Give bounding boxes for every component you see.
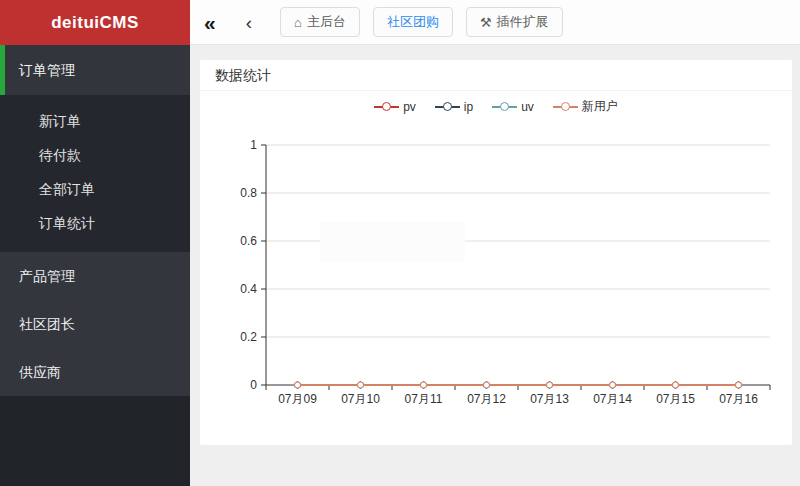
tab-label: 主后台 [307,13,346,31]
svg-text:0.2: 0.2 [240,330,257,344]
tab-bar: ⌂主后台社区团购⚒插件扩展 [280,7,563,37]
svg-text:07月11: 07月11 [405,392,443,406]
data-point [295,382,301,388]
sidebar-subitem-0[interactable]: 新订单 [0,104,190,138]
back-icon[interactable]: ‹ [246,13,252,32]
tab-label: 插件扩展 [497,13,549,31]
data-point [736,382,742,388]
active-indicator-bar [0,45,5,95]
sidebar-group: 产品管理社区团长供应商 [0,252,190,396]
svg-text:07月13: 07月13 [530,392,569,406]
stats-card: 数据统计 pvipuv新用户 00.20.40.60.8107月0907月100… [200,60,792,445]
data-point [358,382,364,388]
tab-主后台[interactable]: ⌂主后台 [280,7,360,37]
data-point [673,382,679,388]
sidebar-submenu: 新订单待付款全部订单订单统计 [0,95,190,252]
tab-插件扩展[interactable]: ⚒插件扩展 [466,7,563,37]
data-point [610,382,616,388]
chart-canvas: 00.20.40.60.8107月0907月1007月1107月1207月130… [200,91,792,444]
svg-text:0.6: 0.6 [240,234,257,248]
tab-社区团购[interactable]: 社区团购 [373,7,453,37]
data-point [484,382,490,388]
sidebar-subitem-2[interactable]: 全部订单 [0,172,190,206]
sidebar: deituiCMS 订单管理 新订单待付款全部订单订单统计 产品管理社区团长供应… [0,0,190,486]
svg-text:1: 1 [250,138,257,152]
main-content: 数据统计 pvipuv新用户 00.20.40.60.8107月0907月100… [190,45,800,486]
card-title: 数据统计 [200,60,792,91]
home-icon: ⌂ [294,16,302,29]
line-chart: pvipuv新用户 00.20.40.60.8107月0907月1007月110… [200,91,792,444]
svg-text:0: 0 [250,378,257,392]
tooltip-ghost [320,222,465,262]
app-logo: deituiCMS [0,0,190,45]
sidebar-item-label: 订单管理 [19,62,75,78]
sidebar-item-order-management[interactable]: 订单管理 [0,45,190,95]
sidebar-subitem-3[interactable]: 订单统计 [0,206,190,240]
sidebar-subitem-1[interactable]: 待付款 [0,138,190,172]
svg-text:07月14: 07月14 [593,392,632,406]
tab-label: 社区团购 [387,13,439,31]
sidebar-group-item-1[interactable]: 社区团长 [0,300,190,348]
svg-text:07月10: 07月10 [341,392,380,406]
svg-text:07月09: 07月09 [278,392,317,406]
svg-text:0.4: 0.4 [240,282,257,296]
tools-icon: ⚒ [480,16,492,29]
svg-text:0.8: 0.8 [240,186,257,200]
svg-text:07月16: 07月16 [719,392,758,406]
collapse-sidebar-icon[interactable]: « [204,12,216,33]
sidebar-group-item-2[interactable]: 供应商 [0,348,190,396]
top-navbar: « ‹ ⌂主后台社区团购⚒插件扩展 [190,0,800,45]
svg-text:07月15: 07月15 [656,392,695,406]
svg-text:07月12: 07月12 [467,392,506,406]
data-point [547,382,553,388]
sidebar-filler [0,396,190,486]
data-point [421,382,427,388]
sidebar-group-item-0[interactable]: 产品管理 [0,252,190,300]
